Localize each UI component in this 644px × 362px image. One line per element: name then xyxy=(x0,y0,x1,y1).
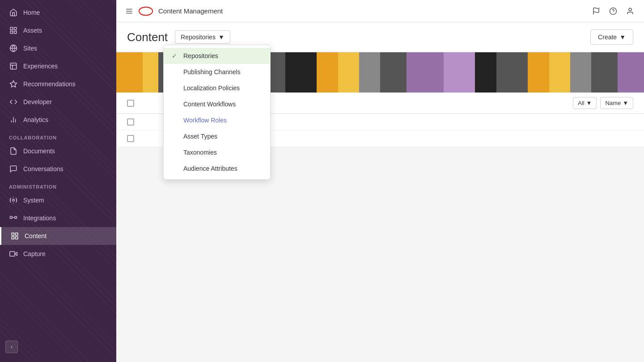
sidebar-item-label: System xyxy=(23,197,44,204)
dropdown-item-repositories[interactable]: ✓ Repositories xyxy=(164,48,270,64)
documents-icon xyxy=(9,147,18,156)
chevron-down-icon: ▼ xyxy=(586,100,592,106)
sidebar-item-assets[interactable]: Assets xyxy=(0,21,116,39)
topbar-title: Content Management xyxy=(158,7,223,15)
sidebar-item-label: Integrations xyxy=(23,215,56,222)
dropdown-item-label: Content Workflows xyxy=(183,101,236,108)
capture-icon xyxy=(9,249,18,258)
svg-point-29 xyxy=(629,8,631,11)
sidebar-item-experiences[interactable]: Experiences xyxy=(0,57,116,75)
sidebar-item-analytics[interactable]: Analytics xyxy=(0,111,116,129)
conversations-icon xyxy=(9,164,18,173)
topbar-icons xyxy=(591,6,635,16)
sidebar-item-label: Experiences xyxy=(23,63,58,70)
sidebar-collapse-button[interactable]: ‹ xyxy=(5,341,18,353)
sidebar-item-system[interactable]: System xyxy=(0,191,116,209)
svg-rect-20 xyxy=(16,237,18,239)
sidebar-item-label: Sites xyxy=(23,45,37,52)
flag-icon[interactable] xyxy=(591,6,601,16)
svg-rect-17 xyxy=(12,233,14,235)
content-icon xyxy=(10,232,19,240)
name-filter-label: Name xyxy=(605,100,621,106)
svg-point-13 xyxy=(13,199,15,202)
repositories-btn-label: Repositories xyxy=(181,34,216,41)
dropdown-item-label: Taxonomies xyxy=(183,149,217,156)
chevron-left-icon: ‹ xyxy=(11,344,13,350)
system-icon xyxy=(9,196,18,205)
dropdown-item-workflow-roles[interactable]: ✓ Workflow Roles xyxy=(164,112,270,128)
sidebar-item-content[interactable]: Content xyxy=(0,227,116,245)
sidebar-item-integrations[interactable]: Integrations xyxy=(0,209,116,227)
repositories-dropdown-button[interactable]: Repositories ▼ xyxy=(175,30,230,44)
sidebar: Home Assets Sites xyxy=(0,0,116,362)
sidebar-item-label: Content xyxy=(25,232,47,240)
svg-rect-21 xyxy=(10,252,15,257)
repositories-dropdown: ✓ Repositories ✓ Publishing Channels ✓ L… xyxy=(163,45,271,180)
user-icon[interactable] xyxy=(625,6,635,16)
integrations-icon xyxy=(9,214,18,223)
dropdown-item-publishing-channels[interactable]: ✓ Publishing Channels xyxy=(164,64,270,80)
sidebar-nav: Home Assets Sites xyxy=(0,0,116,362)
sidebar-item-sites[interactable]: Sites xyxy=(0,39,116,57)
analytics-icon xyxy=(9,115,18,124)
svg-rect-3 xyxy=(10,31,13,34)
sidebar-item-label: Documents xyxy=(23,147,55,155)
sidebar-item-label: Developer xyxy=(23,98,52,105)
svg-rect-0 xyxy=(10,27,13,29)
svg-rect-1 xyxy=(14,27,17,29)
svg-marker-9 xyxy=(10,81,17,87)
create-button[interactable]: Create ▼ xyxy=(590,29,633,45)
all-filter-button[interactable]: All ▼ xyxy=(573,97,597,109)
sidebar-item-home[interactable]: Home xyxy=(0,4,116,21)
dropdown-item-label: Repositories xyxy=(183,52,218,59)
sidebar-item-label: Conversations xyxy=(23,165,64,173)
home-icon xyxy=(9,8,18,17)
filter-controls: All ▼ Name ▼ xyxy=(573,97,633,109)
name-filter-button[interactable]: Name ▼ xyxy=(600,97,633,109)
sidebar-item-developer[interactable]: Developer xyxy=(0,93,116,111)
dropdown-item-label: Localization Policies xyxy=(183,84,240,92)
dropdown-item-taxonomies[interactable]: ✓ Taxonomies xyxy=(164,144,270,160)
dropdown-item-label: Audience Attributes xyxy=(183,165,237,172)
sidebar-item-label: Assets xyxy=(23,27,42,34)
assets-icon xyxy=(9,26,18,35)
svg-rect-2 xyxy=(14,31,17,34)
sidebar-item-recommendations[interactable]: Recommendations xyxy=(0,75,116,93)
dropdown-item-audience-attributes[interactable]: ✓ Audience Attributes xyxy=(164,160,270,177)
create-btn-label: Create xyxy=(598,34,617,41)
check-icon: ✓ xyxy=(172,52,179,59)
sidebar-item-label: Analytics xyxy=(23,116,48,123)
sidebar-item-label: Capture xyxy=(23,250,46,257)
chevron-down-icon: ▼ xyxy=(619,34,626,41)
topbar: Content Management xyxy=(116,0,644,22)
dropdown-item-label: Asset Types xyxy=(183,133,217,140)
dropdown-item-localization-policies[interactable]: ✓ Localization Policies xyxy=(164,80,270,96)
dropdown-item-label: Workflow Roles xyxy=(183,117,227,124)
row-checkbox[interactable] xyxy=(127,135,145,142)
main-content: Content Management xyxy=(116,0,644,362)
dropdown-item-content-workflows[interactable]: ✓ Content Workflows xyxy=(164,96,270,112)
chevron-down-icon: ▼ xyxy=(218,34,225,41)
chevron-down-icon: ▼ xyxy=(623,100,628,106)
sidebar-item-capture[interactable]: Capture xyxy=(0,245,116,263)
help-icon[interactable] xyxy=(608,6,618,16)
administration-section-label: ADMINISTRATION xyxy=(0,178,116,191)
sidebar-item-conversations[interactable]: Conversations xyxy=(0,160,116,178)
menu-icon[interactable] xyxy=(125,7,133,15)
sites-icon xyxy=(9,44,18,53)
collaboration-section-label: COLLABORATION xyxy=(0,129,116,142)
svg-rect-14 xyxy=(10,216,13,219)
dropdown-item-label: Publishing Channels xyxy=(183,68,241,76)
page-title: Content xyxy=(127,30,168,44)
select-all-checkbox[interactable] xyxy=(127,100,145,107)
all-filter-label: All xyxy=(578,100,584,106)
row-checkbox[interactable] xyxy=(127,118,145,126)
sidebar-item-label: Home xyxy=(23,9,40,16)
recommendations-icon xyxy=(9,80,18,88)
developer-icon xyxy=(9,97,18,106)
dropdown-item-asset-types[interactable]: ✓ Asset Types xyxy=(164,128,270,144)
svg-rect-19 xyxy=(12,237,14,239)
app-logo xyxy=(139,6,153,16)
sidebar-item-documents[interactable]: Documents xyxy=(0,142,116,160)
svg-rect-18 xyxy=(16,233,18,235)
